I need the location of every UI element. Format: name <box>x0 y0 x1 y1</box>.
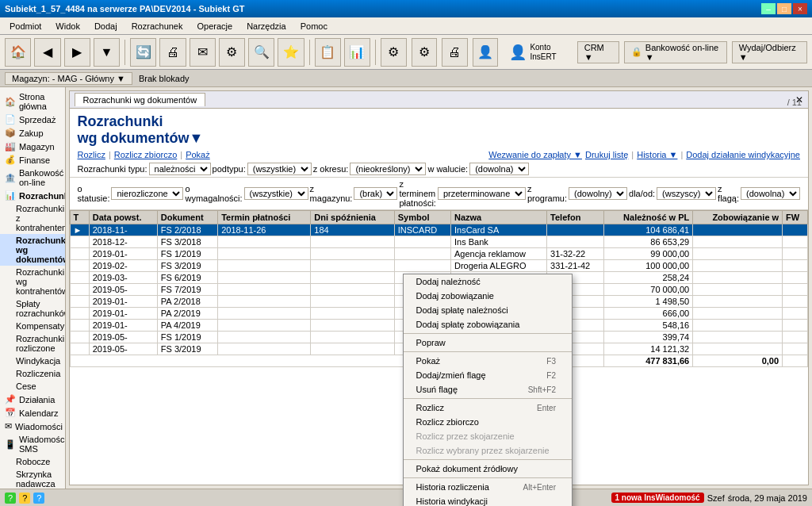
menu-item-rozrachunek[interactable]: Rozrachunek <box>125 20 190 33</box>
col-dni[interactable]: Dni spóźnienia <box>311 211 394 224</box>
toolbar-back[interactable]: ◀ <box>34 38 60 67</box>
context-menu-item-dodaj-spłatę-zobowiązania[interactable]: Dodaj spłatę zobowiązania <box>404 317 573 332</box>
filter-dladod-select[interactable]: (wszyscy) <box>657 187 716 200</box>
filter-magazyn-select[interactable]: (brak) <box>354 187 397 200</box>
sidebar-item-cese[interactable]: Cese <box>0 380 65 393</box>
drukuj-link[interactable]: Drukuj listę <box>585 150 628 159</box>
context-menu-item-pokaż-dokument-źródłowy[interactable]: Pokaż dokument źródłowy <box>404 462 573 476</box>
sidebar-item-rozliczenia[interactable]: Rozliczenia <box>0 367 65 380</box>
context-menu-item-historia-rozliczenia[interactable]: Historia rozliczeniaAlt+Enter <box>404 480 573 494</box>
menu-item-pomoc[interactable]: Pomoc <box>294 20 334 33</box>
wezwanie-link[interactable]: Wezwanie do zapłaty ▼ <box>488 150 582 159</box>
filter-termin-select[interactable]: przeterminowane <box>438 187 526 200</box>
filter-status-select[interactable]: nierozliczone <box>111 187 183 200</box>
col-dokument[interactable]: Dokument <box>157 211 217 224</box>
menu-item-operacje[interactable]: Operacje <box>191 20 239 33</box>
sidebar-item-magazyn[interactable]: 🏭 Magazyn <box>0 140 65 153</box>
sidebar-item-windykacja[interactable]: Windykacja <box>0 355 65 367</box>
maximize-button[interactable]: □ <box>777 3 791 14</box>
menu-item-dodaj[interactable]: Dodaj <box>88 20 124 33</box>
context-menu-item-dodaj-należność[interactable]: Dodaj należność <box>404 274 573 289</box>
table-row[interactable]: 2019-02-FS 3/2019Drogeria ALEGRO331-21-4… <box>70 260 808 272</box>
sidebar-item-strona-glowna[interactable]: 🏠 Strona główna <box>0 90 65 113</box>
table-row[interactable]: 2019-01-FS 1/2019Agencja reklamow31-32-2… <box>70 248 808 260</box>
sidebar-item-kompensaty[interactable]: Kompensaty <box>0 320 65 332</box>
toolbar-gear2[interactable]: ⚙ <box>412 38 438 67</box>
toolbar-home[interactable]: 🏠 <box>5 38 31 67</box>
menu-item-podmiot[interactable]: Podmiot <box>3 20 48 33</box>
rozlicz-link[interactable]: Rozlicz <box>78 150 105 159</box>
filter-podtyp-select[interactable]: (wszystkie) <box>247 163 312 175</box>
sidebar-item-sprzedaz[interactable]: 📄 Sprzedaż <box>0 113 65 126</box>
sidebar-item-rozliczone[interactable]: Rozrachunki rozliczone <box>0 332 65 355</box>
menu-item-widok[interactable]: Widok <box>49 20 86 33</box>
col-fw[interactable]: FW <box>783 211 808 224</box>
context-menu-item-dodaj/zmień-flagę[interactable]: Dodaj/zmień flagęF2 <box>404 368 573 382</box>
sidebar-item-rozrachunki-kontrahent[interactable]: Rozrachunki z kontrahentem <box>0 202 65 234</box>
toolbar-person[interactable]: 👤 <box>473 38 499 67</box>
table-row[interactable]: 2018-12-FS 3/2018Ins Bank86 653,29 <box>70 236 808 248</box>
sidebar-item-dzialania[interactable]: 📌 Działania <box>0 393 65 406</box>
toolbar-settings[interactable]: ⚙ <box>219 38 245 67</box>
col-termin[interactable]: Termin płatności <box>218 211 311 224</box>
dodaj-dzialanie-link[interactable]: Dodaj działanie windykacyjne <box>686 150 800 159</box>
toolbar-search[interactable]: 🔍 <box>248 38 274 67</box>
context-menu-item-dodaj-spłatę-należności[interactable]: Dodaj spłatę należności <box>404 303 573 317</box>
filter-typ-select[interactable]: należności <box>149 163 211 175</box>
filter-okresu-select[interactable]: (nieokreślony) <box>350 163 426 175</box>
context-menu-item-rozlicz-zbiorczo[interactable]: Rozlicz zbiorczo <box>404 415 573 429</box>
historia-link[interactable]: Historia ▼ <box>637 150 677 159</box>
toolbar-print[interactable]: 🖨 <box>159 38 186 67</box>
context-menu-item-dodaj-zobowiązanie[interactable]: Dodaj zobowiązanie <box>404 289 573 303</box>
col-data[interactable]: Data powst. <box>89 211 157 224</box>
menu-item-narzędzia[interactable]: Narzędzia <box>240 20 293 33</box>
notification-badge[interactable]: 1 nowa InsWiadomość <box>611 493 704 503</box>
sidebar-item-kalendarz[interactable]: 📅 Kalendarz <box>0 406 65 420</box>
toolbar-email[interactable]: ✉ <box>190 38 216 67</box>
sidebar-item-rozrachunki-dokumenty[interactable]: Rozrachunki wg dokumentów <box>0 234 65 266</box>
sidebar-item-finanse[interactable]: 💰 Finanse <box>0 153 65 167</box>
pokaz-link[interactable]: Pokaż <box>186 150 210 159</box>
sidebar-item-bankowosc[interactable]: 🏦 Bankowość on-line <box>0 167 65 189</box>
toolbar-forward[interactable]: ▶ <box>64 38 90 67</box>
col-naleznosc[interactable]: Należność w PL <box>604 211 693 224</box>
filter-wymagalnosc-select[interactable]: (wszystkie) <box>244 187 308 200</box>
wydaj-button[interactable]: Wydaj/Odbierz ▼ <box>732 41 807 63</box>
crm-button[interactable]: CRM ▼ <box>577 41 619 63</box>
col-telefon[interactable]: Telefon <box>547 211 604 224</box>
toolbar-dropdown[interactable]: ▼ <box>94 38 120 67</box>
col-nazwa[interactable]: Nazwa <box>450 211 546 224</box>
sidebar-item-zakup[interactable]: 📦 Zakup <box>0 126 65 140</box>
col-zobowiazanie[interactable]: Zobowiązanie w <box>693 211 783 224</box>
sidebar-item-wiadomosci[interactable]: ✉ Wiadomości <box>0 420 65 433</box>
magazyn-button[interactable]: Magazyn: - MAG - Główny ▼ <box>5 72 132 85</box>
context-menu-item-popraw[interactable]: Popraw <box>404 335 573 350</box>
sidebar-item-sms[interactable]: 📱 Wiadomości SMS <box>0 433 65 455</box>
toolbar-gear1[interactable]: ⚙ <box>381 38 407 67</box>
filter-waluta-select[interactable]: (dowolna) <box>469 163 529 175</box>
sidebar-item-robocze[interactable]: Robocze <box>0 455 65 468</box>
sidebar-item-rozrachunki[interactable]: 📊 Rozrachunki <box>0 189 65 202</box>
close-button[interactable]: × <box>793 3 807 14</box>
toolbar-refresh[interactable]: 🔄 <box>130 38 156 67</box>
toolbar-star[interactable]: ⭐ <box>278 38 304 67</box>
help-icon-3[interactable]: ? <box>33 493 44 504</box>
filter-flagi-select[interactable]: (dowolna) <box>741 187 800 200</box>
toolbar-printer2[interactable]: 🖨 <box>442 38 468 67</box>
context-menu-item-rozlicz[interactable]: RozliczEnter <box>404 401 573 415</box>
sidebar-item-splaty[interactable]: Spłaty rozrachunków <box>0 297 65 320</box>
help-icon-2[interactable]: ? <box>19 493 30 504</box>
sidebar-item-skrzynka[interactable]: Skrzynka nadawcza <box>0 468 65 489</box>
context-menu-item-historia-windykacji[interactable]: Historia windykacji <box>404 494 573 506</box>
context-menu-item-pokaż[interactable]: PokażF3 <box>404 354 573 368</box>
sidebar-item-rozrachunki-kontrahentow[interactable]: Rozrachunki wg kontrahentów <box>0 266 65 297</box>
table-row[interactable]: ►2018-11-FS 2/20182018-11-26184INSCARDIn… <box>70 224 808 236</box>
toolbar-clipboard[interactable]: 📋 <box>315 38 341 67</box>
panel-tab-rozrachunki[interactable]: Rozrachunki wg dokumentów <box>75 93 206 106</box>
bank-button[interactable]: 🔒 Bankowość on-line ▼ <box>624 41 727 63</box>
filter-program-select[interactable]: (dowolny) <box>569 187 627 200</box>
toolbar-chart[interactable]: 📊 <box>344 38 370 67</box>
help-icon-1[interactable]: ? <box>5 493 16 504</box>
minimize-button[interactable]: – <box>761 3 776 14</box>
rozlicz-zbiorczo-link[interactable]: Rozlicz zbiorczo <box>114 150 177 159</box>
